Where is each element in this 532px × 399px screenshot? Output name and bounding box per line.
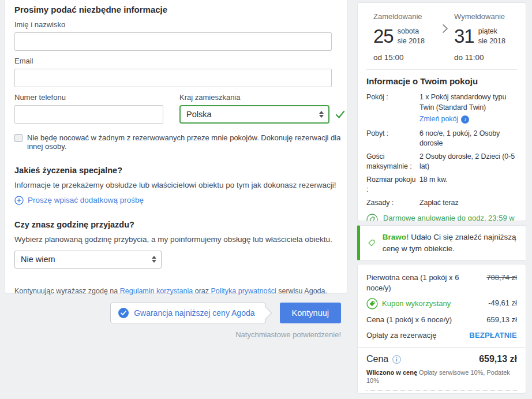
checkin-time: od 15:00 xyxy=(373,53,436,62)
room-type-value: 1 x Pokój standardowy typu Twin (Standar… xyxy=(419,93,506,111)
checkout-day: 31 xyxy=(454,27,474,46)
free-cancellation-text: Darmowe anulowanie do godz. 23:59 w dniu… xyxy=(383,214,515,221)
original-price-value: 708,74 zł xyxy=(486,273,517,283)
checkout-weekday: piątek xyxy=(478,27,497,35)
room-row-pokoj: Pokój : 1 x Pokój standardowy typu Twin … xyxy=(366,92,517,126)
free-cancellation-label: Darmowe anulowanie do godz. 23:59 w dniu… xyxy=(383,213,517,221)
special-requests-title: Jakieś życzenia specjalne? xyxy=(14,166,342,175)
room-row-rozmiar: Rozmiar pokoju : 18 m kw. xyxy=(366,175,517,195)
form-title: Prosimy podać niezbędne informacje xyxy=(14,5,342,14)
coupon-icon xyxy=(366,298,378,309)
form-actions: Gwarancja najniższej ceny Agoda Kontynuu… xyxy=(14,303,342,323)
card-divider xyxy=(366,69,517,70)
booking-fee-row: Opłaty za rezerwację BEZPŁATNIE xyxy=(366,330,517,341)
total-value: 659,13 zł xyxy=(479,354,517,364)
room-row-label: Pokój : xyxy=(366,92,419,126)
country-field-group: Kraj zamieszkania Polska xyxy=(179,87,345,124)
consent-suffix: serwisu Agoda. xyxy=(276,287,327,295)
terms-link[interactable]: Regulamin korzystania xyxy=(120,287,193,295)
congrats-tag-icon xyxy=(368,237,376,249)
price-breakdown-card: Pierwotna cena (1 pokój x 6 noce/y) 708,… xyxy=(357,264,526,394)
total-label: Cena xyxy=(366,354,388,364)
congrats-highlight: Brawo! xyxy=(383,233,409,241)
coupon-value: -49,61 zł xyxy=(488,298,517,308)
price-value: 659,13 zł xyxy=(486,315,517,325)
country-select[interactable]: Polska xyxy=(179,105,329,124)
add-request-icon xyxy=(14,196,24,205)
coupon-label-group: Kupon wykorzystany xyxy=(366,298,451,309)
coupon-label: Kupon wykorzystany xyxy=(382,299,451,309)
checkin-label: Zameldowanie xyxy=(373,12,436,21)
phone-label: Numer telefonu xyxy=(14,93,163,102)
change-room-label: Zmień pokój xyxy=(419,114,458,125)
checkin-weekday: sobota xyxy=(398,27,419,35)
original-price-row: Pierwotna cena (1 pokój x 6 noce/y) 708,… xyxy=(366,273,517,293)
guarantee-check-icon xyxy=(118,308,129,318)
consent-text: Kontynuując wyrażasz zgodę na Regulamin … xyxy=(14,287,342,295)
coupon-row: Kupon wykorzystany -49,61 zł xyxy=(366,298,517,309)
best-price-guarantee-badge[interactable]: Gwarancja najniższej ceny Agoda xyxy=(110,303,265,323)
arrival-time-title: Czy znasz godzinę przyjazdu? xyxy=(14,220,342,229)
continue-button[interactable]: Kontynuuj xyxy=(280,303,342,323)
room-row-label: Gości maksymalnie : xyxy=(366,152,419,172)
dates-chevron-icon xyxy=(436,12,454,33)
info-icon[interactable] xyxy=(392,355,401,364)
phone-input[interactable] xyxy=(14,105,163,124)
free-cancellation-link[interactable]: Darmowe anulowanie do godz. 23:59 w dniu… xyxy=(366,213,517,221)
consent-middle: oraz xyxy=(193,287,211,295)
checkin-block: Zameldowanie 25 sobotasie 2018 od 15:00 xyxy=(373,12,436,62)
checkin-weekday-month: sobotasie 2018 xyxy=(398,27,425,46)
change-room-link[interactable]: Zmień pokój › xyxy=(419,114,517,125)
guarantee-label: Gwarancja najniższej ceny Agoda xyxy=(134,308,254,318)
checkin-day: 25 xyxy=(373,27,394,46)
privacy-link[interactable]: Polityka prywatności xyxy=(211,287,276,295)
room-row-value: 6 noc/e, 1 pokój, 2 Osoby dorosłe xyxy=(419,129,517,149)
congrats-text: Brawo! Udało Ci się znaleźć najniższą ce… xyxy=(383,232,519,254)
total-label-group: Cena xyxy=(366,354,401,364)
arrival-time-select[interactable]: Nie wiem xyxy=(14,251,162,269)
name-input[interactable] xyxy=(14,32,332,51)
country-label: Kraj zamieszkania xyxy=(179,93,345,102)
lowest-price-banner: Brawo! Udało Ci się znaleźć najniższą ce… xyxy=(357,225,526,260)
checkout-block: Wymeldowanie 31 piąteksie 2018 do 11:00 xyxy=(454,12,516,62)
instant-confirmation-note: Natychmiastowe potwierdzenie! xyxy=(14,330,342,339)
stay-dates: Zameldowanie 25 sobotasie 2018 od 15:00 … xyxy=(366,12,517,62)
room-row-value: 2 Osoby dorosłe, 2 Dzieci (0-5 lat) xyxy=(419,152,517,172)
book-for-other-label: Nie będę nocować w żadnym z rezerwowanyc… xyxy=(27,133,342,151)
room-row-zasady: Zasady : Zapłać teraz xyxy=(366,198,517,208)
booking-page: Prosimy podać niezbędne informacje Imię … xyxy=(0,0,532,399)
arrival-time-desc: Wybierz planowaną godzinę przybycia, a m… xyxy=(14,234,342,245)
booking-summary-card: Zameldowanie 25 sobotasie 2018 od 15:00 … xyxy=(357,2,526,221)
phone-field-group: Numer telefonu xyxy=(14,87,163,124)
booking-fee-label: Opłaty za rezerwację xyxy=(366,330,466,341)
price-row: Cena (1 pokój x 6 noce/y) 659,13 zł xyxy=(366,315,517,325)
room-row-value: Zapłać teraz xyxy=(419,198,517,208)
country-selected-value: Polska xyxy=(186,110,212,119)
name-label: Imię i nazwisko xyxy=(14,20,342,29)
add-request-link[interactable]: Proszę wpisać dodatkową prośbę xyxy=(14,196,342,205)
change-room-arrow-icon: › xyxy=(461,115,469,124)
room-info-title: Informacje o Twoim pokoju xyxy=(366,76,517,86)
checkin-month: sie 2018 xyxy=(398,37,425,45)
book-for-other-checkbox[interactable] xyxy=(14,134,23,142)
phone-country-row: Numer telefonu Kraj zamieszkania Polska xyxy=(14,87,342,124)
select-arrows-icon xyxy=(319,111,324,118)
room-row-value: 18 m kw. xyxy=(419,175,517,195)
room-row-value: 1 x Pokój standardowy typu Twin (Standar… xyxy=(419,92,517,126)
dotted-divider xyxy=(366,390,517,391)
special-requests-desc: Informacje te przekażemy obsłudze lub wł… xyxy=(14,180,342,191)
free-cancellation-icon xyxy=(366,214,378,221)
included-label: Wliczono w cenę xyxy=(366,369,417,376)
total-price-row: Cena 659,13 zł xyxy=(366,348,517,364)
room-row-goscie: Gości maksymalnie : 2 Osoby dorosłe, 2 D… xyxy=(366,152,517,172)
price-label: Cena (1 pokój x 6 noce/y) xyxy=(366,315,466,325)
email-input[interactable] xyxy=(14,69,332,87)
room-row-label: Rozmiar pokoju : xyxy=(366,175,419,195)
guest-details-panel: Prosimy podać niezbędne informacje Imię … xyxy=(5,0,347,294)
checkout-label: Wymeldowanie xyxy=(454,12,516,21)
room-row-label: Pobyt : xyxy=(366,129,419,149)
room-row-pobyt: Pobyt : 6 noc/e, 1 pokój, 2 Osoby dorosł… xyxy=(366,129,517,149)
arrival-time-selected-value: Nie wiem xyxy=(21,255,55,264)
select-arrows-icon xyxy=(152,256,156,263)
room-row-label: Zasady : xyxy=(366,198,419,208)
